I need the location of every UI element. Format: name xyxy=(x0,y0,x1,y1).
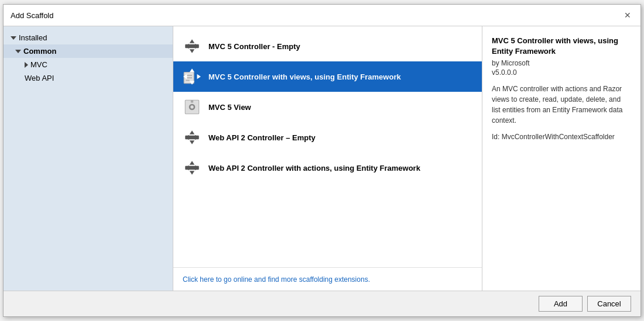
svg-marker-9 xyxy=(190,68,195,72)
sidebar-item-mvc[interactable]: MVC xyxy=(4,58,173,71)
right-panel: MVC 5 Controller with views, using Entit… xyxy=(482,26,640,291)
scaffold-list: MVC 5 Controller - Empty xyxy=(173,26,482,267)
dialog-title: Add Scaffold xyxy=(11,11,53,20)
svg-marker-19 xyxy=(190,140,195,144)
installed-collapse-icon xyxy=(11,36,16,40)
middle-panel: MVC 5 Controller - Empty xyxy=(173,26,482,291)
detail-description: An MVC controller with actions and Razor… xyxy=(492,84,631,126)
view-icon xyxy=(183,98,201,116)
svg-marker-12 xyxy=(197,74,201,80)
scaffold-item-webapi2-ef[interactable]: Web API 2 Controller with actions, using… xyxy=(173,153,482,183)
add-scaffold-dialog: Add Scaffold ✕ Installed Common MVC Web … xyxy=(3,4,641,317)
sidebar-item-common[interactable]: Common xyxy=(4,44,173,58)
svg-marker-18 xyxy=(190,130,195,134)
svg-point-15 xyxy=(190,105,193,108)
scaffold-item-mvc5-view[interactable]: MVC 5 View xyxy=(173,92,482,122)
detail-title: MVC 5 Controller with views, using Entit… xyxy=(492,36,631,57)
detail-author: by Microsoft xyxy=(492,59,631,67)
detail-id: Id: MvcControllerWithContextScaffolder xyxy=(492,133,631,141)
installed-header: Installed xyxy=(4,31,173,44)
sidebar-item-webapi[interactable]: Web API xyxy=(4,71,173,85)
close-button[interactable]: ✕ xyxy=(622,9,633,21)
controller-icon-2 xyxy=(183,128,201,147)
svg-marker-2 xyxy=(190,49,195,53)
scaffold-label-webapi2-ef: Web API 2 Controller with actions, using… xyxy=(208,164,420,172)
svg-marker-23 xyxy=(190,161,195,164)
installed-label: Installed xyxy=(19,33,47,42)
common-label: Common xyxy=(23,47,56,56)
controller-icon xyxy=(183,37,201,56)
scaffold-item-webapi2-empty[interactable]: Web API 2 Controller – Empty xyxy=(173,122,482,153)
scaffold-label-mvc5-empty: MVC 5 Controller - Empty xyxy=(208,42,300,51)
scaffold-label-mvc5-view: MVC 5 View xyxy=(208,103,251,112)
svg-marker-24 xyxy=(190,171,195,174)
webapi-label: Web API xyxy=(25,74,54,82)
scaffold-item-mvc5-empty[interactable]: MVC 5 Controller - Empty xyxy=(173,31,482,61)
left-panel: Installed Common MVC Web API xyxy=(4,26,173,291)
controller-document-icon xyxy=(183,67,201,86)
online-link[interactable]: Click here to go online and find more sc… xyxy=(183,275,370,284)
scaffold-label-mvc5-ef: MVC 5 Controller with views, using Entit… xyxy=(208,73,401,81)
content-area: Installed Common MVC Web API xyxy=(4,26,640,291)
common-expand-icon xyxy=(15,50,21,53)
online-link-area: Click here to go online and find more sc… xyxy=(173,267,482,291)
mvc-expand-icon xyxy=(25,62,28,68)
scaffold-item-mvc5-ef[interactable]: MVC 5 Controller with views, using Entit… xyxy=(173,61,482,92)
scaffold-label-webapi2-empty: Web API 2 Controller – Empty xyxy=(208,133,316,142)
cancel-button[interactable]: Cancel xyxy=(587,296,631,312)
controller-icon-3 xyxy=(183,158,201,177)
add-button[interactable]: Add xyxy=(539,296,583,312)
svg-marker-1 xyxy=(190,39,195,43)
title-bar: Add Scaffold ✕ xyxy=(4,5,640,26)
svg-rect-16 xyxy=(191,100,193,102)
detail-version: v5.0.0.0 xyxy=(492,68,631,77)
footer: Add Cancel xyxy=(4,291,640,316)
mvc-label: MVC xyxy=(30,60,47,69)
